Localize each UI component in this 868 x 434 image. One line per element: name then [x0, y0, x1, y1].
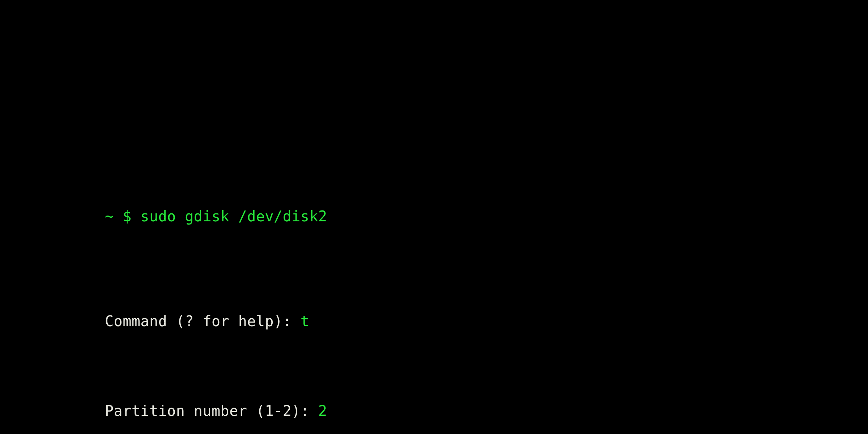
- output-line: Partition number (1-2): 2: [105, 400, 868, 422]
- shell-prompt-line: ~ $ sudo gdisk /dev/disk2: [105, 205, 868, 227]
- terminal-output: ~ $ sudo gdisk /dev/disk2 Command (? for…: [105, 160, 868, 434]
- command-prompt-label: Command (? for help):: [105, 313, 301, 329]
- partition-number-prompt: Partition number (1-2):: [105, 403, 318, 419]
- output-line: Command (? for help): t: [105, 310, 868, 332]
- user-input: t: [301, 313, 310, 329]
- shell-command: sudo gdisk /dev/disk2: [140, 208, 327, 225]
- shell-prompt-prefix: ~ $: [105, 208, 140, 225]
- user-input: 2: [318, 403, 327, 419]
